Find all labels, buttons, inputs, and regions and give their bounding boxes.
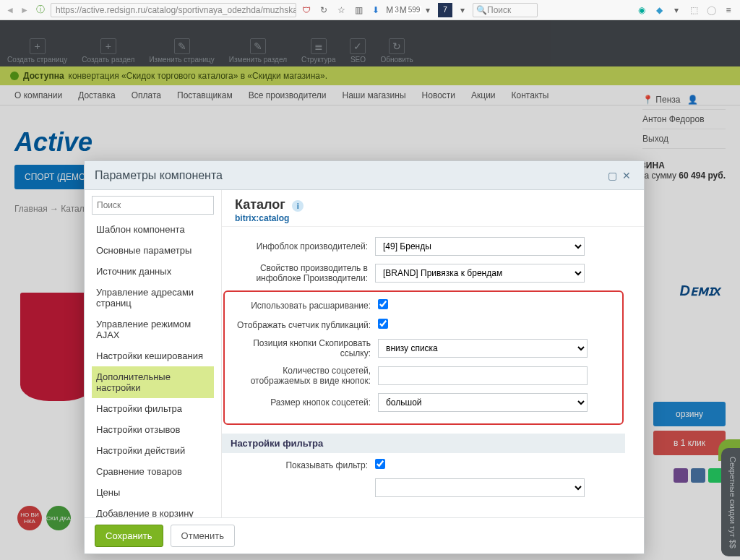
copy-pos-select[interactable]: внизу списка bbox=[378, 339, 588, 358]
show-counter-checkbox[interactable] bbox=[378, 319, 388, 329]
browser-search[interactable]: 🔍 Поиск bbox=[473, 3, 538, 17]
nav-cache[interactable]: Настройки кеширования bbox=[92, 345, 214, 366]
row-infoblock: Инфоблок производителей: [49] Бренды bbox=[223, 237, 624, 256]
back-icon[interactable]: ◄ bbox=[4, 5, 16, 15]
modal-title-text: Параметры компонента bbox=[95, 169, 223, 182]
ext5-icon[interactable]: ◯ bbox=[704, 3, 718, 17]
component-settings-modal: Параметры компонента ▢ ✕ Шаблон компонен… bbox=[84, 160, 645, 554]
close-icon[interactable]: ✕ bbox=[619, 168, 634, 183]
modal-search-input[interactable] bbox=[92, 196, 214, 215]
row-show-filter: Показывать фильтр: bbox=[223, 459, 624, 471]
cutoff-select[interactable] bbox=[375, 478, 585, 497]
reload-icon[interactable]: ↻ bbox=[317, 3, 331, 17]
dropdown-icon[interactable]: ▾ bbox=[455, 3, 470, 17]
row-soc-count: Количество соцсетей, отображаемых в виде… bbox=[226, 366, 621, 386]
ext2-icon[interactable]: ◆ bbox=[652, 3, 666, 17]
modal-titlebar: Параметры компонента ▢ ✕ bbox=[85, 161, 644, 190]
ublock-icon[interactable]: 🛡 bbox=[299, 3, 314, 17]
row-copy-pos: Позиция кнопки Скопировать ссылку: внизу… bbox=[226, 338, 621, 358]
row-soc-size: Размер кнопок соцсетей: большой bbox=[226, 393, 621, 412]
cancel-button[interactable]: Отменить bbox=[171, 525, 235, 547]
row-use-sharing: Использовать расшаривание: bbox=[226, 299, 621, 311]
filter-section-head: Настройки фильтра bbox=[222, 434, 625, 453]
gmail-icon[interactable]: M3 bbox=[386, 3, 400, 17]
info-icon[interactable]: i bbox=[292, 200, 304, 212]
nav-additional[interactable]: Дополнительные настройки bbox=[92, 366, 214, 398]
maximize-icon[interactable]: ▢ bbox=[605, 168, 619, 183]
hamburger-icon[interactable]: ≡ bbox=[721, 3, 736, 17]
highlighted-group: Использовать расшаривание: Отображать сч… bbox=[223, 290, 624, 425]
row-show-counter: Отображать счетчик публикаций: bbox=[226, 319, 621, 331]
ext4-icon[interactable]: ⬚ bbox=[687, 3, 701, 17]
nav-add-cart[interactable]: Добавление в корзину bbox=[92, 503, 214, 517]
nav-url-mgmt[interactable]: Управление адресами страниц bbox=[92, 282, 214, 314]
soc-size-select[interactable]: большой bbox=[378, 393, 588, 412]
row-cutoff bbox=[223, 478, 624, 497]
info-icon[interactable]: ⓘ bbox=[33, 3, 48, 17]
modal-sidebar: Шаблон компонента Основные параметры Ист… bbox=[85, 190, 222, 517]
nav-ajax[interactable]: Управление режимом AJAX bbox=[92, 314, 214, 345]
infoblock-select[interactable]: [49] Бренды bbox=[375, 237, 585, 256]
modal-form[interactable]: Инфоблок производителей: [49] Бренды Сво… bbox=[222, 227, 644, 517]
nav-main-params[interactable]: Основные параметры bbox=[92, 240, 214, 261]
soc-count-input[interactable] bbox=[378, 366, 588, 385]
modal-footer: Сохранить Отменить bbox=[85, 517, 644, 553]
menu-icon[interactable]: ▾ bbox=[421, 3, 435, 17]
ext1-icon[interactable]: ◉ bbox=[634, 3, 649, 17]
browser-toolbar: ◄ ► ⓘ https://active.redsign.ru/catalog/… bbox=[0, 0, 740, 20]
url-bar[interactable]: https://active.redsign.ru/catalog/sporti… bbox=[51, 3, 296, 17]
use-sharing-checkbox[interactable] bbox=[378, 299, 388, 309]
fwd-icon: ► bbox=[19, 5, 30, 15]
gmail2-icon[interactable]: M599 bbox=[403, 3, 418, 17]
component-id: bitrix:catalog bbox=[235, 213, 289, 223]
nav-reviews[interactable]: Настройки отзывов bbox=[92, 419, 214, 440]
ext3-icon[interactable]: ▾ bbox=[669, 3, 684, 17]
modal-nav[interactable]: Шаблон компонента Основные параметры Ист… bbox=[92, 219, 214, 517]
star-icon[interactable]: ☆ bbox=[334, 3, 348, 17]
component-title: Каталог bbox=[235, 197, 285, 212]
nav-prices[interactable]: Цены bbox=[92, 482, 214, 503]
download-icon[interactable]: ⬇ bbox=[369, 3, 383, 17]
modal-header: Каталог i bitrix:catalog bbox=[222, 190, 644, 227]
row-prop: Свойство производитель в инфоблоке Произ… bbox=[223, 263, 624, 283]
nav-filter[interactable]: Настройки фильтра bbox=[92, 398, 214, 419]
nav-compare[interactable]: Сравнение товаров bbox=[92, 461, 214, 482]
save-button[interactable]: Сохранить bbox=[95, 525, 163, 547]
prop-select[interactable]: [BRAND] Привязка к брендам bbox=[375, 264, 585, 283]
calendar-icon[interactable]: ▥ bbox=[351, 3, 366, 17]
nav-data-source[interactable]: Источник данных bbox=[92, 261, 214, 282]
show-filter-checkbox[interactable] bbox=[375, 459, 385, 469]
nav-actions[interactable]: Настройки действий bbox=[92, 440, 214, 461]
nav-template[interactable]: Шаблон компонента bbox=[92, 219, 214, 240]
tab-badge-icon[interactable]: 7 bbox=[438, 3, 452, 17]
